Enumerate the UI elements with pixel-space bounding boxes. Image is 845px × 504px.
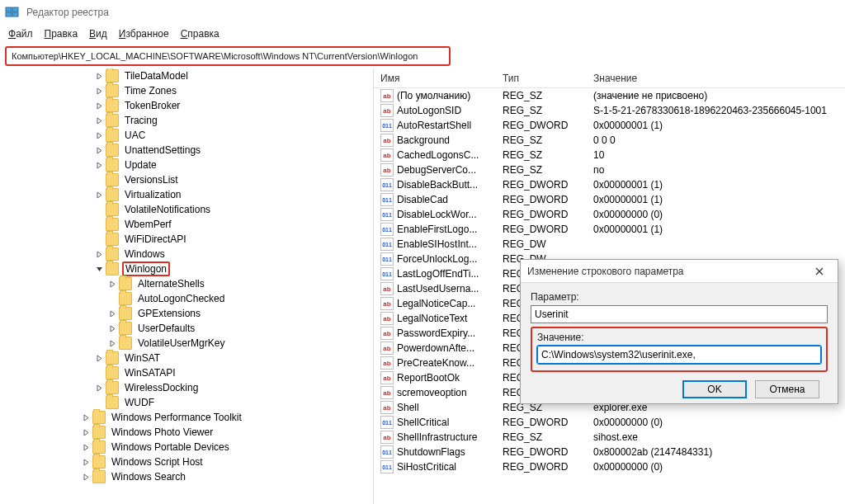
- chevron-right-icon[interactable]: [92, 114, 106, 127]
- value-row[interactable]: 011ShellCriticalREG_DWORD0x00000000 (0): [374, 415, 845, 430]
- tree-node[interactable]: Windows: [0, 247, 373, 261]
- menu-file[interactable]: Файл: [8, 28, 33, 40]
- value-row[interactable]: 011DisableBackButt...REG_DWORD0x00000001…: [374, 177, 845, 192]
- cancel-button[interactable]: Отмена: [755, 380, 819, 398]
- chevron-right-icon[interactable]: [106, 307, 119, 320]
- tree-node[interactable]: WinSAT: [0, 351, 373, 365]
- tree-node[interactable]: Virtualization: [0, 187, 373, 202]
- value-data: 10: [587, 149, 845, 161]
- folder-icon: [119, 292, 132, 305]
- value-row[interactable]: abShellInfrastructureREG_SZsihost.exe: [374, 430, 845, 445]
- chevron-right-icon[interactable]: [79, 411, 92, 424]
- string-value-icon: ab: [380, 431, 394, 444]
- ok-button[interactable]: OK: [682, 380, 747, 398]
- tree-node[interactable]: Update: [0, 158, 373, 172]
- tree-label: Windows Performance Toolkit: [109, 412, 244, 423]
- tree-node[interactable]: AutoLogonChecked: [0, 291, 373, 306]
- tree-node[interactable]: WinSATAPI: [0, 365, 373, 380]
- tree-node[interactable]: UnattendSettings: [0, 143, 373, 158]
- tree-node[interactable]: Time Zones: [0, 83, 373, 98]
- value-row[interactable]: 011ShutdownFlagsREG_DWORD0x800002ab (214…: [374, 445, 845, 459]
- chevron-right-icon[interactable]: [92, 188, 106, 201]
- menu-favorites[interactable]: Избранное: [119, 28, 169, 40]
- menu-view[interactable]: Вид: [89, 28, 107, 40]
- tree-node[interactable]: Windows Script Host: [0, 455, 373, 469]
- chevron-right-icon[interactable]: [92, 247, 106, 261]
- chevron-right-icon[interactable]: [92, 129, 106, 142]
- tree-node[interactable]: Winlogon: [0, 261, 373, 276]
- tree-node[interactable]: Windows Search: [0, 469, 373, 484]
- chevron-right-icon[interactable]: [92, 351, 106, 365]
- chevron-right-icon[interactable]: [92, 381, 106, 394]
- chevron-right-icon[interactable]: [106, 337, 119, 350]
- chevron-right-icon[interactable]: [92, 84, 106, 97]
- chevron-right-icon[interactable]: [92, 158, 106, 172]
- tree-label: VolatileNotifications: [122, 204, 213, 215]
- menu-help[interactable]: Справка: [181, 28, 220, 40]
- tree-node[interactable]: Windows Photo Viewer: [0, 425, 373, 440]
- value-row[interactable]: 011EnableSIHostInt...REG_DW: [374, 237, 845, 252]
- tree-node[interactable]: VersionsList: [0, 172, 373, 187]
- binary-value-icon: 011: [380, 267, 394, 280]
- value-row[interactable]: abAutoLogonSIDREG_SZS-1-5-21-2678330618-…: [374, 103, 845, 118]
- address-bar[interactable]: Компьютер\HKEY_LOCAL_MACHINE\SOFTWARE\Mi…: [5, 46, 451, 66]
- tree-node[interactable]: TileDataModel: [0, 68, 373, 83]
- chevron-right-icon[interactable]: [79, 455, 92, 469]
- chevron-right-icon[interactable]: [79, 426, 92, 439]
- tree-node[interactable]: TokenBroker: [0, 98, 373, 113]
- binary-value-icon: 011: [380, 223, 394, 236]
- tree-node[interactable]: AlternateShells: [0, 276, 373, 291]
- col-name[interactable]: Имя: [374, 73, 496, 84]
- tree-label: WbemPerf: [122, 219, 174, 230]
- tree-label: WiFiDirectAPI: [122, 233, 189, 245]
- svg-rect-1: [12, 7, 18, 12]
- tree-pane[interactable]: TileDataModelTime ZonesTokenBrokerTracin…: [0, 68, 374, 504]
- value-row[interactable]: 011SiHostCriticalREG_DWORD0x00000000 (0): [374, 459, 845, 474]
- value-type: REG_DWORD: [496, 179, 587, 191]
- chevron-right-icon[interactable]: [106, 322, 119, 335]
- value-row[interactable]: abDebugServerCo...REG_SZno: [374, 163, 845, 177]
- chevron-down-icon[interactable]: [92, 262, 106, 276]
- chevron-right-icon[interactable]: [106, 277, 119, 290]
- app-icon: [5, 5, 20, 20]
- col-type[interactable]: Тип: [496, 73, 587, 84]
- tree-node[interactable]: WiFiDirectAPI: [0, 232, 373, 247]
- value-type: REG_SZ: [496, 134, 587, 146]
- folder-icon: [106, 114, 119, 127]
- tree-node[interactable]: Tracing: [0, 113, 373, 128]
- tree-node[interactable]: Windows Performance Toolkit: [0, 410, 373, 425]
- tree-node[interactable]: WUDF: [0, 395, 373, 410]
- value-row[interactable]: 011EnableFirstLogo...REG_DWORD0x00000001…: [374, 222, 845, 237]
- value-name: DisableBackButt...: [397, 179, 478, 191]
- tree-node[interactable]: WirelessDocking: [0, 380, 373, 395]
- value-row[interactable]: abBackgroundREG_SZ0 0 0: [374, 133, 845, 148]
- value-row[interactable]: abCachedLogonsC...REG_SZ10: [374, 148, 845, 163]
- binary-value-icon: 011: [380, 208, 394, 221]
- tree-node[interactable]: GPExtensions: [0, 306, 373, 321]
- dialog-titlebar[interactable]: Изменение строкового параметра: [521, 260, 838, 283]
- value-input[interactable]: [537, 346, 821, 364]
- value-row[interactable]: 011DisableLockWor...REG_DWORD0x00000000 …: [374, 207, 845, 222]
- value-name: ReportBootOk: [397, 372, 460, 384]
- dialog-close-button[interactable]: [808, 263, 831, 280]
- value-type: REG_SZ: [496, 105, 587, 116]
- tree-node[interactable]: UAC: [0, 128, 373, 143]
- chevron-right-icon[interactable]: [92, 99, 106, 112]
- tree-node[interactable]: VolatileNotifications: [0, 202, 373, 217]
- value-row[interactable]: 011AutoRestartShellREG_DWORD0x00000001 (…: [374, 118, 845, 133]
- chevron-right-icon[interactable]: [79, 470, 92, 483]
- tree-node[interactable]: Windows Portable Devices: [0, 440, 373, 455]
- chevron-right-icon[interactable]: [92, 144, 106, 157]
- value-row[interactable]: ab(По умолчанию)REG_SZ(значение не присв…: [374, 88, 845, 103]
- tree-node[interactable]: UserDefaults: [0, 321, 373, 336]
- expander-none: [92, 233, 106, 246]
- chevron-right-icon[interactable]: [79, 440, 92, 454]
- menu-edit[interactable]: Правка: [45, 28, 78, 40]
- value-row[interactable]: 011DisableCadREG_DWORD0x00000001 (1): [374, 192, 845, 207]
- chevron-right-icon[interactable]: [92, 69, 106, 82]
- param-input[interactable]: [531, 305, 828, 323]
- folder-icon: [106, 233, 119, 246]
- tree-node[interactable]: VolatileUserMgrKey: [0, 336, 373, 351]
- col-value[interactable]: Значение: [587, 73, 845, 84]
- tree-node[interactable]: WbemPerf: [0, 217, 373, 232]
